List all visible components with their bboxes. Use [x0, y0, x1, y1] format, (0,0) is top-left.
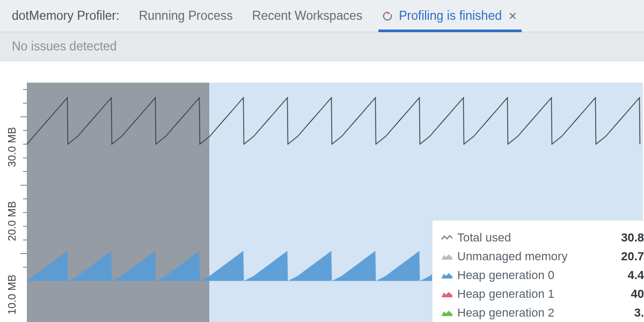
tab-running-process[interactable]: Running Process — [139, 0, 233, 32]
close-icon[interactable]: ✕ — [507, 10, 518, 23]
y-tick-label: 20.0 MB — [6, 201, 18, 241]
legend-value: 40 — [616, 287, 644, 301]
tabbar-title: dotMemory Profiler: — [12, 9, 120, 23]
area-icon — [440, 272, 454, 279]
tab-label: Running Process — [139, 9, 233, 23]
legend-label: Total used — [454, 231, 616, 245]
legend-row-heap2[interactable]: Heap generation 2 3. — [440, 303, 644, 322]
memory-timeline-chart[interactable]: 10.0 MB 20.0 MB 30.0 MB Total used 30.8 … — [0, 61, 644, 322]
y-tick-label: 30.0 MB — [6, 127, 18, 167]
legend-value: 4.4 — [616, 268, 644, 282]
legend-row-total[interactable]: Total used 30.8 — [440, 228, 644, 247]
timeline-selection[interactable] — [27, 83, 209, 322]
legend-value: 20.7 — [616, 250, 644, 264]
legend-label: Unmanaged memory — [454, 250, 616, 264]
legend-row-heap1[interactable]: Heap generation 1 40 — [440, 284, 644, 303]
legend-label: Heap generation 2 — [454, 306, 616, 320]
tab-bar: dotMemory Profiler: Running Process Rece… — [0, 0, 644, 32]
legend-row-heap0[interactable]: Heap generation 0 4.4 — [440, 266, 644, 284]
legend-label: Heap generation 0 — [454, 268, 616, 282]
area-icon — [440, 309, 454, 317]
tab-label: Recent Workspaces — [252, 9, 362, 23]
status-text: No issues detected — [12, 39, 117, 54]
area-icon — [440, 253, 454, 260]
legend-value: 30.8 — [616, 231, 644, 245]
tab-profiling-finished[interactable]: Profiling is finished ✕ — [382, 0, 518, 32]
line-icon — [440, 234, 454, 241]
area-icon — [440, 290, 454, 298]
legend-row-unmanaged[interactable]: Unmanaged memory 20.7 — [440, 247, 644, 266]
legend-value: 3. — [616, 306, 644, 320]
y-tick-label: 10.0 MB — [6, 275, 18, 314]
status-bar: No issues detected — [0, 32, 644, 61]
tab-recent-workspaces[interactable]: Recent Workspaces — [252, 0, 362, 32]
y-axis-labels: 10.0 MB 20.0 MB 30.0 MB — [4, 61, 19, 322]
legend-label: Heap generation 1 — [454, 287, 616, 301]
tab-label: Profiling is finished — [399, 9, 502, 23]
reload-icon — [382, 10, 393, 22]
y-axis-ticks — [20, 90, 27, 267]
legend-panel: Total used 30.8 Unmanaged memory 20.7 He… — [432, 220, 644, 322]
